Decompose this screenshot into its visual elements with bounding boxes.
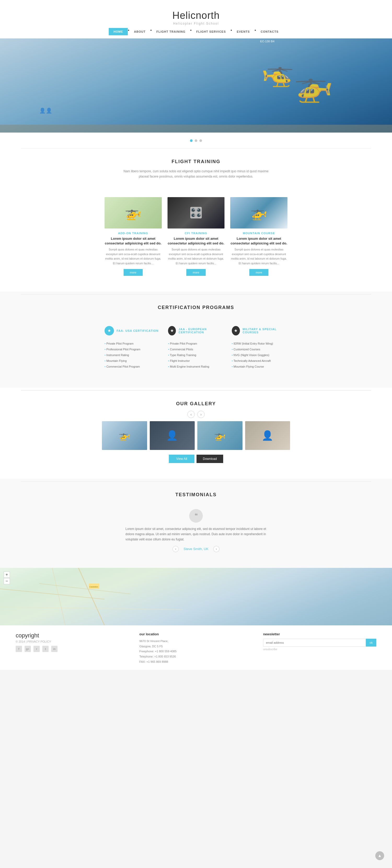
flight-training-title: FLIGHT TRAINING	[110, 159, 282, 164]
nav-flight-services[interactable]: FLIGHT SERVICES	[192, 28, 230, 35]
cert-faa-item-1: Private Pilot Program	[104, 341, 160, 346]
footer-copyright-col: copyright © 2014 | PRIVACY POLICY f g+ r…	[16, 632, 129, 664]
map-zoom-in[interactable]: +	[4, 571, 10, 578]
testimonial-author: Steve Smith, UK	[184, 547, 208, 551]
footer-location-title: our location	[139, 632, 253, 636]
cert-jaa-label: JAA - EUROPEAN CERTIFICATION	[178, 328, 224, 334]
gallery-next-button[interactable]: ›	[197, 411, 205, 418]
testimonial-text: Lorem ipsum dolor sit amet, consectetur …	[125, 526, 267, 542]
cert-military-item-4: Technically Advanced Aircraft	[232, 358, 288, 364]
map-section: Castellón + −	[0, 568, 392, 625]
card-addon-text: Sorrpit quos dolores et quas molestias e…	[104, 247, 162, 266]
hero-image: 🚁 👤👤 EC-130 B4	[0, 38, 392, 132]
svg-line-4	[0, 607, 183, 610]
card-cfi-text: Sorrpit quos dolores et quas molestias e…	[167, 247, 225, 266]
hero-dot-2[interactable]	[195, 140, 197, 142]
footer-social-icons: f g+ r t in	[16, 646, 129, 652]
testimonials-section: TESTIMONIALS ❝ Lorem ipsum dolor sit ame…	[0, 479, 392, 568]
svg-line-2	[39, 584, 131, 594]
quote-icon: ❝	[189, 509, 203, 523]
newsletter-submit-button[interactable]: ok	[366, 639, 376, 647]
map-zoom-out[interactable]: −	[4, 578, 10, 584]
svg-line-1	[52, 568, 65, 625]
hero-dot-3[interactable]	[199, 140, 202, 142]
cert-military-icon: ★	[232, 326, 240, 335]
map-controls: + −	[4, 571, 10, 584]
cert-jaa-icon: ★	[168, 326, 176, 335]
testimonials-title: TESTIMONIALS	[110, 492, 282, 498]
nav-flight-training[interactable]: FLIGHT TRAINING	[152, 28, 190, 35]
nav-about[interactable]: ABOUT	[129, 28, 150, 35]
download-button[interactable]: Download	[197, 455, 223, 463]
training-cards: 🚁 ADD-ON TRAINING Lorem ipsum dolor sit …	[104, 197, 288, 276]
nav-home[interactable]: HOME	[109, 28, 128, 35]
certification-title: CERTIFICATION PROGRAMS	[110, 305, 282, 310]
cert-military-item-2: Customized Courses	[232, 346, 288, 352]
gallery-section: OUR GALLERY ‹ › 🚁 👤 🚁 👤 View All Downloa…	[0, 388, 392, 479]
cert-faa-label: FAA- USA CERTIFICATION	[117, 329, 159, 332]
cert-military-list: IERW (Initial Entry Rotor Wing) Customiz…	[232, 341, 288, 369]
card-mountain: 🚁 MOUNTAIN COURSE Lorem ipsum dolor sit …	[230, 197, 288, 276]
gallery-item-2[interactable]: 👤	[150, 421, 195, 450]
card-addon: 🚁 ADD-ON TRAINING Lorem ipsum dolor sit …	[104, 197, 162, 276]
cert-faa-list: Private Pilot Program Professional Pilot…	[104, 341, 160, 369]
flight-training-subtitle: Nam libero tempore, cum soluta nobis est…	[123, 168, 269, 179]
footer-location-col: our location 9670 St Vincent Place, Glas…	[139, 632, 253, 664]
card-cfi: 🎛️ CFI TRAINING Lorem ipsum dolor sit am…	[167, 197, 225, 276]
footer-newsletter-title: newsletter	[263, 632, 376, 636]
card-mountain-image: 🚁	[230, 197, 288, 228]
gallery-buttons: View All Download	[0, 455, 392, 463]
social-linkedin[interactable]: in	[51, 646, 58, 652]
card-cfi-more-button[interactable]: more	[186, 269, 205, 276]
gallery-grid: 🚁 👤 🚁 👤	[102, 421, 290, 450]
nav-contacts[interactable]: CONTACTS	[256, 28, 283, 35]
gallery-item-3[interactable]: 🚁	[197, 421, 242, 450]
cert-military-label: MILITARY & SPECIAL COURSES	[242, 328, 288, 334]
testimonial-next-button[interactable]: ›	[213, 546, 220, 552]
certification-programs: ★ FAA- USA CERTIFICATION Private Pilot P…	[102, 323, 290, 372]
gallery-prev-button[interactable]: ‹	[187, 411, 195, 418]
cert-military: ★ MILITARY & SPECIAL COURSES IERW (Initi…	[229, 323, 290, 372]
certification-section: CERTIFICATION PROGRAMS ★ FAA- USA CERTIF…	[0, 291, 392, 388]
gallery-item-4[interactable]: 👤	[245, 421, 290, 450]
main-nav: HOME • ABOUT • FLIGHT TRAINING • FLIGHT …	[0, 28, 392, 38]
card-cfi-image: 🎛️	[167, 197, 225, 228]
social-google[interactable]: g+	[25, 646, 31, 652]
view-all-button[interactable]: View All	[169, 455, 194, 463]
cert-military-item-1: IERW (Initial Entry Rotor Wing)	[232, 341, 288, 346]
gallery-item-1[interactable]: 🚁	[102, 421, 147, 450]
cert-faa-item-3: Instrument Rating	[104, 352, 160, 358]
social-rss[interactable]: r	[33, 646, 40, 652]
cert-jaa-item-4: Flight Instructor	[168, 358, 224, 364]
svg-line-3	[78, 568, 104, 625]
footer-copyright-text: copyright	[16, 632, 129, 639]
card-mountain-title: Lorem ipsum dolor sit amet consectetur a…	[230, 236, 288, 246]
card-addon-more-button[interactable]: more	[124, 269, 143, 276]
cert-military-item-3: NVG (Night Vision Goggles)	[232, 352, 288, 358]
cert-jaa-item-2: Commercial Pilots	[168, 346, 224, 352]
cert-faa: ★ FAA- USA CERTIFICATION Private Pilot P…	[102, 323, 163, 372]
cert-faa-item-2: Professional Pilot Program	[104, 346, 160, 352]
footer-year[interactable]: © 2014 | PRIVACY POLICY	[16, 640, 129, 643]
social-twitter[interactable]: t	[42, 646, 48, 652]
footer-newsletter-col: newsletter ok unsubscribe	[263, 632, 376, 664]
nav-events[interactable]: EVENTS	[232, 28, 255, 35]
card-addon-image: 🚁	[104, 197, 162, 228]
svg-text:Castellón: Castellón	[89, 586, 98, 588]
newsletter-input[interactable]	[263, 639, 366, 647]
testimonial-prev-button[interactable]: ‹	[172, 546, 179, 552]
card-cfi-label: CFI TRAINING	[167, 231, 225, 235]
footer-location-address: 9670 St Vincent Place, Glasgow, DC 5 F5 …	[139, 639, 253, 664]
card-cfi-title: Lorem ipsum dolor sit amet consectetur a…	[167, 236, 225, 246]
cert-faa-icon: ★	[104, 326, 114, 335]
card-addon-title: Lorem ipsum dolor sit amet consectetur a…	[104, 236, 162, 246]
cert-jaa-item-1: Private Pilot Program	[168, 341, 224, 346]
cert-military-item-5: Mountain Flying Course	[232, 364, 288, 369]
card-mountain-more-button[interactable]: more	[249, 269, 268, 276]
social-facebook[interactable]: f	[16, 646, 22, 652]
gallery-title: OUR GALLERY	[110, 401, 282, 407]
site-tagline: Helicopter Flight School	[0, 22, 392, 25]
hero-dot-1[interactable]	[190, 140, 193, 142]
cert-faa-item-5: Commercial Pilot Program	[104, 364, 160, 369]
newsletter-hint: unsubscribe	[263, 648, 376, 651]
